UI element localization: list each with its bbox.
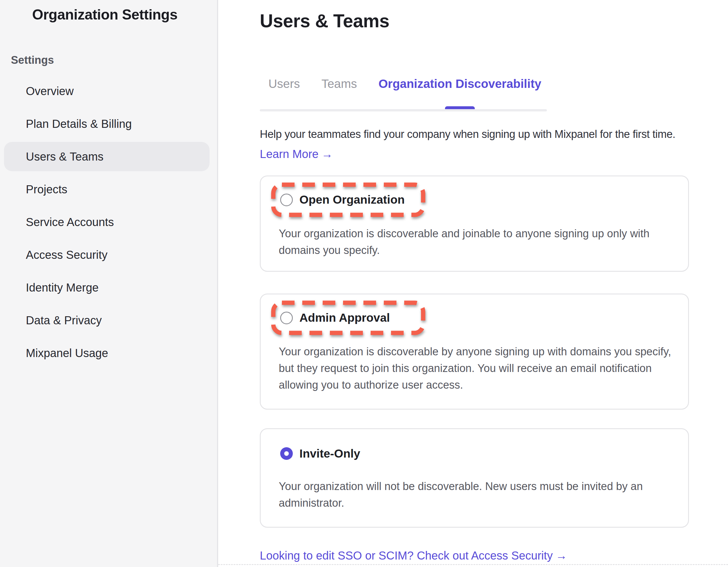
tab-users[interactable]: Users: [268, 77, 300, 91]
option-head: Open Organization: [271, 182, 426, 217]
tab-bar: Users Teams Organization Discoverability: [268, 77, 541, 91]
sidebar-item-label: Access Security: [26, 248, 108, 261]
tab-teams[interactable]: Teams: [322, 77, 357, 91]
option-description: Your organization is discoverable by any…: [279, 343, 681, 393]
sidebar-item-data-privacy[interactable]: Data & Privacy: [4, 306, 210, 335]
radio-row: Invite-Only: [280, 447, 688, 460]
sidebar-item-access-security[interactable]: Access Security: [4, 240, 210, 269]
arrow-right-icon: →: [555, 549, 567, 562]
radio-checked-icon[interactable]: [280, 447, 293, 460]
sidebar-item-label: Data & Privacy: [26, 314, 102, 327]
option-card-invite-only: Invite-Only Your organization will not b…: [260, 428, 689, 528]
option-label[interactable]: Invite-Only: [299, 447, 360, 460]
sidebar-item-identity-merge[interactable]: Identity Merge: [4, 273, 210, 302]
option-head: Admin Approval: [271, 300, 426, 336]
sidebar-item-mixpanel-usage[interactable]: Mixpanel Usage: [4, 338, 210, 368]
page-title: Users & Teams: [260, 10, 389, 32]
option-description: Your organization will not be discoverab…: [279, 478, 681, 511]
radio-row: Open Organization: [271, 182, 426, 217]
sidebar-nav: Overview Plan Details & Billing Users & …: [0, 76, 218, 371]
tab-track-line: [260, 109, 547, 111]
main-content: Users & Teams Users Teams Organization D…: [218, 0, 728, 567]
option-label[interactable]: Open Organization: [299, 193, 405, 206]
learn-more-label: Learn More: [260, 148, 319, 160]
option-description: Your organization is discoverable and jo…: [279, 225, 681, 258]
arrow-right-icon: →: [322, 148, 333, 160]
sidebar-item-label: Users & Teams: [26, 150, 103, 163]
sidebar-item-label: Service Accounts: [26, 216, 114, 229]
sidebar-section-label: Settings: [11, 54, 54, 66]
tab-organization-discoverability[interactable]: Organization Discoverability: [378, 77, 541, 91]
radio-unchecked-icon[interactable]: [280, 312, 293, 324]
sidebar-item-projects[interactable]: Projects: [4, 175, 210, 204]
sidebar-item-overview[interactable]: Overview: [4, 76, 210, 106]
sidebar-item-service-accounts[interactable]: Service Accounts: [4, 207, 210, 237]
sidebar-item-label: Overview: [26, 85, 74, 98]
radio-row: Admin Approval: [271, 300, 426, 336]
sidebar-item-label: Plan Details & Billing: [26, 117, 132, 130]
settings-sidebar: Organization Settings Settings Overview …: [0, 0, 218, 567]
sidebar-item-label: Mixpanel Usage: [26, 347, 108, 360]
sidebar-item-plan-details-billing[interactable]: Plan Details & Billing: [4, 109, 210, 138]
sidebar-item-label: Identity Merge: [26, 281, 98, 294]
tab-label: Organization Discoverability: [378, 77, 541, 90]
footer-link-label: Looking to edit SSO or SCIM? Check out A…: [260, 549, 553, 562]
option-label[interactable]: Admin Approval: [299, 311, 390, 325]
access-security-link[interactable]: Looking to edit SSO or SCIM? Check out A…: [260, 549, 567, 562]
radio-unchecked-icon[interactable]: [280, 193, 293, 206]
sidebar-title: Organization Settings: [32, 6, 177, 23]
learn-more-link[interactable]: Learn More→: [260, 148, 333, 160]
bottom-divider: [218, 564, 728, 565]
sidebar-item-users-teams[interactable]: Users & Teams: [4, 142, 210, 171]
option-card-open-organization: Open Organization Your organization is d…: [260, 175, 689, 272]
sidebar-item-label: Projects: [26, 183, 67, 196]
option-card-admin-approval: Admin Approval Your organization is disc…: [260, 294, 689, 410]
intro-text: Help your teammates find your company wh…: [260, 128, 675, 140]
